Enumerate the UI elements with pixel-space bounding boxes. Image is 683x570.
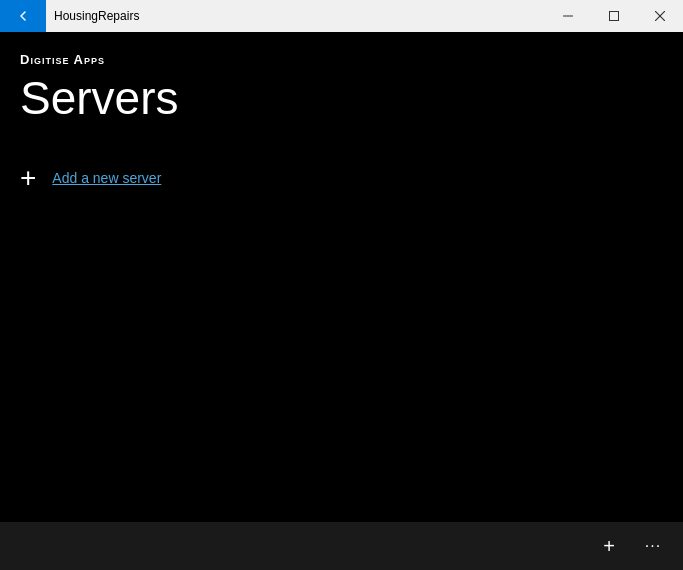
app-subtitle: Digitise Apps — [20, 52, 663, 67]
minimize-button[interactable] — [545, 0, 591, 32]
bottom-bar: + ··· — [0, 522, 683, 570]
maximize-button[interactable] — [591, 0, 637, 32]
maximize-icon — [609, 11, 619, 21]
back-button[interactable] — [0, 0, 46, 32]
minimize-icon — [563, 11, 573, 21]
svg-rect-0 — [563, 16, 573, 17]
add-server-plus-icon[interactable]: + — [20, 164, 36, 192]
svg-rect-1 — [610, 12, 619, 21]
bottom-more-button[interactable]: ··· — [633, 526, 673, 566]
main-content: Digitise Apps Servers + Add a new server — [0, 32, 683, 522]
window-controls — [545, 0, 683, 32]
add-server-row: + Add a new server — [20, 164, 663, 192]
back-icon — [17, 10, 29, 22]
add-server-link[interactable]: Add a new server — [52, 170, 161, 186]
app-title: HousingRepairs — [46, 9, 545, 23]
bottom-add-button[interactable]: + — [589, 526, 629, 566]
page-title: Servers — [20, 73, 663, 124]
close-icon — [655, 11, 665, 21]
title-bar: HousingRepairs — [0, 0, 683, 32]
close-button[interactable] — [637, 0, 683, 32]
